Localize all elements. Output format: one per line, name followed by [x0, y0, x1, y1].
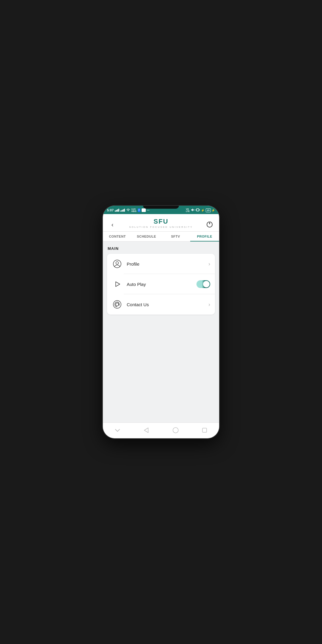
bar4	[118, 209, 119, 212]
phone-screen: 5:07	[103, 206, 219, 438]
tab-profile-label: PROFILE	[197, 235, 212, 238]
toggle-knob	[203, 281, 210, 287]
svg-point-9	[116, 262, 119, 264]
app-subtitle: SOLUTION FOCUSED UNIVERSITY	[117, 226, 205, 228]
wifi-icon	[126, 208, 130, 212]
svg-rect-15	[202, 428, 207, 432]
power-button[interactable]	[205, 220, 214, 229]
notch	[143, 206, 179, 209]
contact-menu-item[interactable]: Contact Us ›	[107, 294, 215, 315]
power-icon	[206, 221, 213, 228]
bar3	[117, 209, 118, 212]
contact-chevron-icon: ›	[208, 301, 210, 308]
tab-content-label: CONTENT	[109, 235, 126, 238]
signal-bars-1	[115, 209, 119, 212]
phone-frame: 5:07	[103, 206, 219, 438]
mute-icon	[191, 208, 194, 212]
data-speed: 0.23KB/S	[131, 208, 137, 212]
svg-point-14	[173, 428, 178, 433]
contact-label: Contact Us	[127, 302, 208, 307]
nav-home-button[interactable]	[170, 426, 182, 435]
back-triangle-icon	[144, 427, 149, 433]
nav-recent-button[interactable]	[199, 426, 210, 435]
fb-icon: f	[138, 208, 140, 212]
bar8	[124, 209, 125, 212]
tab-sftv-label: SFTV	[171, 235, 180, 238]
menu-card: Profile › Auto Play	[107, 254, 215, 315]
battery-container: 25 ⚡	[206, 208, 215, 212]
signal-bars-2	[120, 209, 125, 212]
tab-schedule[interactable]: SCHEDULE	[132, 232, 161, 241]
svg-marker-13	[144, 428, 148, 433]
more-dots: ···	[147, 209, 149, 212]
bar5	[120, 210, 121, 212]
circle-icon	[172, 427, 179, 434]
autoplay-label: Auto Play	[127, 282, 196, 287]
svg-rect-2	[196, 209, 199, 211]
bottom-nav	[103, 422, 219, 438]
app-title: SFU	[117, 218, 205, 225]
profile-menu-item[interactable]: Profile ›	[107, 254, 215, 274]
vibrate-icon	[196, 208, 200, 212]
svg-point-12	[116, 303, 119, 306]
play-icon	[112, 279, 123, 290]
header-title-block: SFU SOLUTION FOCUSED UNIVERSITY	[117, 218, 205, 231]
charging-icon: ⚡	[211, 209, 215, 212]
tab-content[interactable]: CONTENT	[103, 232, 132, 241]
main-content: MAIN Profile ›	[103, 242, 219, 422]
status-left: 5:07	[107, 208, 149, 212]
square-icon	[202, 428, 207, 433]
tab-profile[interactable]: PROFILE	[190, 232, 219, 241]
bar7	[123, 209, 124, 212]
tab-schedule-label: SCHEDULE	[137, 235, 156, 238]
bar1	[115, 210, 116, 212]
volte-icon: VOLTE	[186, 208, 190, 212]
nav-tabs: CONTENT SCHEDULE SFTV PROFILE	[103, 232, 219, 242]
profile-label: Profile	[127, 261, 208, 267]
autoplay-menu-item[interactable]: Auto Play	[107, 274, 215, 294]
app-header: ‹ SFU SOLUTION FOCUSED UNIVERSITY	[103, 214, 219, 232]
at-icon	[112, 299, 123, 310]
status-time: 5:07	[107, 208, 114, 212]
bar2	[116, 210, 117, 212]
status-right: VOLTE ⚡ 25	[186, 208, 215, 212]
chevron-down-icon	[114, 428, 120, 433]
back-button[interactable]: ‹	[108, 220, 117, 229]
back-arrow-icon: ‹	[112, 222, 114, 227]
app-icon: ❤	[142, 208, 146, 212]
nav-down-button[interactable]	[112, 426, 123, 435]
profile-chevron-icon: ›	[208, 261, 210, 267]
svg-point-11	[113, 301, 121, 308]
bar6	[122, 210, 123, 212]
tab-sftv[interactable]: SFTV	[161, 232, 190, 241]
person-icon	[112, 258, 123, 269]
section-label: MAIN	[107, 246, 215, 251]
svg-marker-10	[116, 282, 120, 287]
bluetooth-icon: ⚡	[201, 209, 205, 212]
nav-back-button[interactable]	[140, 426, 152, 435]
autoplay-toggle[interactable]	[196, 280, 210, 288]
battery-level: 25	[206, 208, 211, 212]
